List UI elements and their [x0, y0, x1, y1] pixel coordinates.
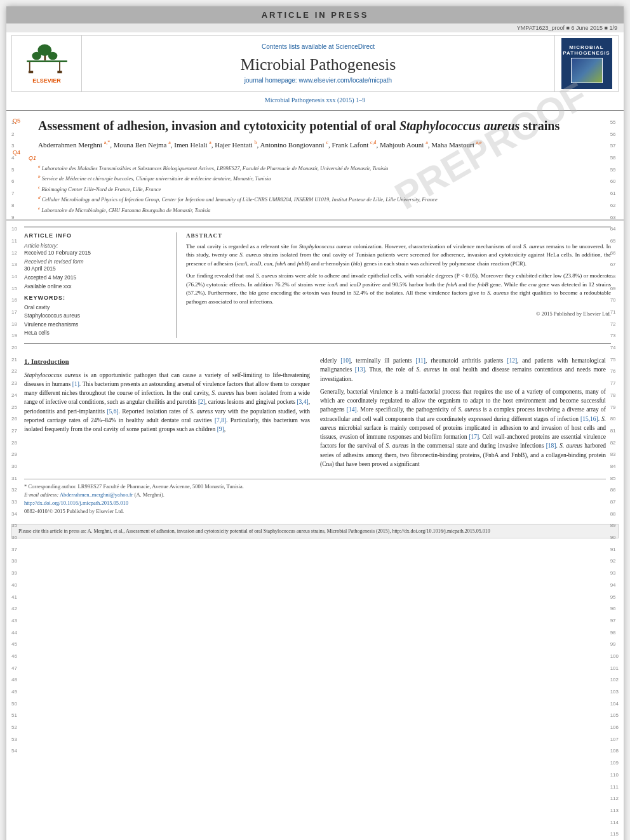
svg-point-3 — [32, 52, 41, 60]
page-body: 1 2 3 4 5 6 7 8 9 10 11 12 13 14 15 16 1… — [6, 110, 624, 538]
authors-line: Abderrahmen Merghni a,*, Mouna Ben Nejma… — [38, 139, 598, 150]
issn-line: 0882-4010/© 2015 Published by Elsevier L… — [24, 508, 606, 514]
article-main-title: Assessment of adhesion, invasion and cyt… — [38, 117, 598, 134]
history-label: Article history: — [24, 243, 166, 249]
homepage-url[interactable]: www.elsevier.com/locate/micpath — [298, 77, 392, 84]
article-title-section: PREPROOF Q5 Assessment of adhesion, inva… — [6, 110, 624, 220]
journal-ref-text: Microbial Pathogenesis xxx (2015) 1–9 — [265, 97, 365, 103]
keyword-4: HeLa cells — [24, 329, 166, 338]
right-line-numbers: 55 56 57 58 59 60 61 62 63 64 65 66 67 6… — [610, 117, 619, 840]
keywords-section: Keywords: Oral cavity Staphylococcus aur… — [24, 295, 166, 338]
keyword-2: Staphylococcus aureus — [24, 312, 166, 321]
sciencedirect-label[interactable]: ScienceDirect — [335, 43, 375, 50]
keyword-1: Oral cavity — [24, 303, 166, 312]
homepage-label: journal homepage: — [245, 77, 297, 84]
sciencedirect-link[interactable]: Contents lists available at ScienceDirec… — [262, 43, 375, 50]
abstract-section: ABSTRACT The oral cavity is regarded as … — [177, 232, 611, 338]
svg-point-4 — [48, 52, 57, 60]
available-date: Available online xxx — [24, 283, 166, 290]
abstract-paragraph-1: The oral cavity is regarded as a relevan… — [186, 243, 611, 269]
intro-paragraph-1: Staphylococcus aureus is an opportunisti… — [24, 371, 310, 434]
copyright-line: © 2015 Published by Elsevier Ltd. — [186, 310, 611, 318]
q5-marker: Q5 — [13, 117, 20, 124]
contents-text: Contents lists available at — [262, 43, 333, 50]
elsevier-logo-section: ELSEVIER — [12, 36, 82, 91]
affiliation-c: c Bioimaging Center Lille-Nord de France… — [38, 184, 598, 194]
accepted-date: Accepted 4 May 2015 — [24, 274, 166, 281]
citation-bar: Please cite this article in press as: A.… — [11, 524, 619, 538]
corresponding-author: * Corresponding author. LR99ES27 Faculté… — [24, 483, 606, 490]
revised-label: Received in revised form — [24, 258, 166, 265]
keyword-3: Virulence mechanisms — [24, 321, 166, 330]
journal-center: Contents lists available at ScienceDirec… — [82, 36, 554, 91]
doi-link[interactable]: http://dx.doi.org/10.1016/j.micpath.2015… — [24, 500, 128, 506]
email-line: E-mail address: Abderrahmen_merghni@yaho… — [24, 491, 606, 498]
intro-paragraph-2: elderly [10], terminally ill patients [1… — [320, 356, 606, 383]
abstract-header: ABSTRACT — [186, 232, 611, 239]
article-in-press-banner: ARTICLE IN PRESS — [6, 6, 624, 23]
doi-line: http://dx.doi.org/10.1016/j.micpath.2015… — [24, 500, 606, 506]
abstract-paragraph-2: Our finding revealed that oral S. aureus… — [186, 272, 611, 306]
q4-marker: Q4 — [13, 149, 20, 156]
email-address[interactable]: Abderrahmen_merghni@yahoo.fr — [60, 491, 133, 498]
svg-rect-8 — [57, 71, 62, 74]
abstract-text: The oral cavity is regarded as a relevan… — [186, 243, 611, 318]
affiliation-b: b Service de Médecine et chirurgie bucca… — [38, 173, 598, 183]
citation-text: Please cite this article in press as: A.… — [18, 528, 490, 534]
affiliation-d: d Cellular Microbiology and Physics of I… — [38, 194, 598, 204]
article-info-header: ARTICLE INFO — [24, 232, 166, 239]
journal-header: ELSEVIER Contents lists available at Sci… — [11, 35, 619, 92]
journal-ref: Microbial Pathogenesis xxx (2015) 1–9 — [6, 95, 624, 105]
article-info: ARTICLE INFO Article history: Received 1… — [24, 232, 177, 338]
intro-heading: 1. Introduction — [24, 356, 310, 367]
elsevier-tree-icon — [22, 43, 72, 75]
page: ARTICLE IN PRESS YMPAT1623_proof ■ 6 Jun… — [6, 6, 624, 840]
body-columns: 1. Introduction Staphylococcus aureus is… — [6, 351, 624, 472]
badge-line1: MICROBIAL — [569, 44, 603, 50]
journal-badge-section: MICROBIAL PATHOGENESIS — [554, 36, 618, 91]
affiliations: Q1 a Laboratoire des Maladies Transmissi… — [38, 154, 598, 214]
top-meta: YMPAT1623_proof ■ 6 June 2015 ■ 1/9 — [6, 23, 624, 32]
badge-line2: PATHOGENESIS — [563, 50, 610, 56]
keywords-header: Keywords: — [24, 295, 166, 301]
affiliation-a: a Laboratoire des Maladies Transmissible… — [38, 163, 598, 173]
proof-meta: YMPAT1623_proof ■ 6 June 2015 ■ 1/9 — [517, 25, 617, 31]
footer-section: * Corresponding author. LR99ES27 Faculté… — [24, 479, 606, 520]
body-right-column: elderly [10], terminally ill patients [1… — [320, 356, 606, 472]
banner-text: ARTICLE IN PRESS — [262, 10, 369, 20]
received-date: Received 10 February 2015 — [24, 250, 166, 256]
affiliation-e: e Laboratoire de Microbiologie, CHU Fato… — [38, 205, 598, 215]
svg-rect-0 — [27, 60, 67, 62]
body-left-column: 1. Introduction Staphylococcus aureus is… — [24, 356, 310, 472]
intro-paragraph-3: Generally, bacterial virulence is a mult… — [320, 387, 606, 469]
svg-rect-7 — [28, 71, 32, 74]
info-columns: ARTICLE INFO Article history: Received 1… — [24, 227, 611, 338]
journal-homepage: journal homepage: www.elsevier.com/locat… — [245, 77, 392, 84]
q1-marker: Q1 — [29, 155, 36, 161]
revised-date: 30 April 2015 — [24, 265, 166, 272]
elsevier-label: ELSEVIER — [32, 77, 61, 84]
microbial-pathogenesis-badge: MICROBIAL PATHOGENESIS — [561, 38, 612, 89]
journal-title: Microbial Pathogenesis — [241, 55, 396, 74]
